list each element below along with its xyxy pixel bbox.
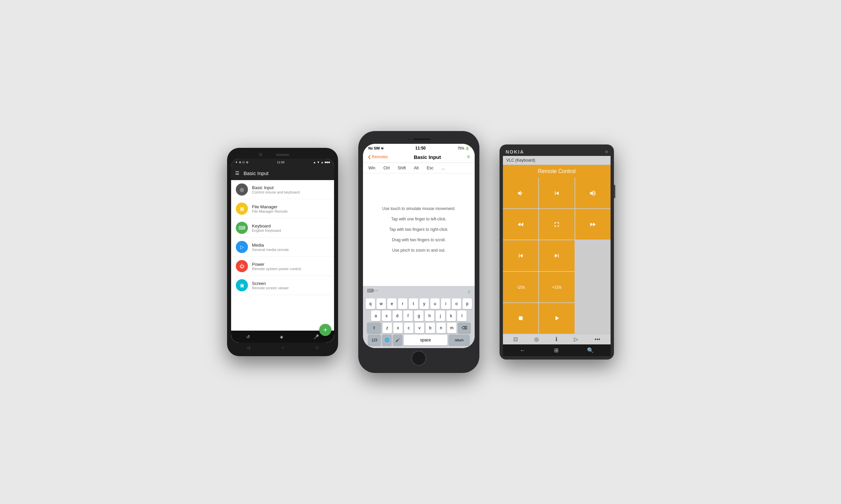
play-button[interactable] (539, 303, 574, 334)
key-k[interactable]: k (446, 310, 456, 321)
add-fab-button[interactable]: + (319, 324, 331, 336)
back-button[interactable]: ◁ (247, 345, 250, 350)
list-icon-keyboard: ⌨ (236, 222, 248, 234)
info-icon[interactable]: ℹ (555, 336, 557, 342)
list-text-power: Power Remote system power control. (252, 262, 329, 271)
keyboard-settings-icon[interactable]: ⌨⋯ (367, 288, 378, 295)
fastforward-button[interactable] (575, 209, 611, 239)
key-v[interactable]: v (415, 323, 424, 333)
key-z[interactable]: z (382, 323, 392, 333)
item-sub: Control mouse and keyboard. (252, 190, 329, 194)
list-item[interactable]: ◎ Basic Input Control mouse and keyboard… (231, 180, 334, 199)
scene: ✦ ⊗ ⊙ ⊕ 11:55 ▲ ▼ ▲ ■■■ ☰ Basic Input ◎ … (0, 0, 841, 504)
volume-up-button[interactable] (575, 178, 611, 208)
android-status-icons: ✦ ⊗ ⊙ ⊕ (235, 161, 248, 164)
play-nav-icon[interactable]: ▷ (574, 336, 578, 342)
key-h[interactable]: h (425, 310, 434, 321)
key-o[interactable]: o (452, 299, 461, 309)
refresh-icon[interactable]: ↺ (246, 334, 250, 339)
android-screen: ✦ ⊗ ⊙ ⊕ 11:55 ▲ ▼ ▲ ■■■ ☰ Basic Input ◎ … (231, 159, 334, 343)
vibrate-icon[interactable]: ◈ (280, 334, 283, 339)
ios-time: 11:50 (415, 146, 426, 150)
search-win-icon[interactable]: 🔍 (587, 347, 594, 354)
more-keys[interactable]: ... (440, 165, 446, 171)
rewind-button[interactable] (503, 209, 538, 239)
esc-key[interactable]: Esc (425, 165, 435, 171)
key-c[interactable]: c (404, 323, 413, 333)
key-x[interactable]: x (393, 323, 403, 333)
skip-forward-button[interactable] (539, 240, 574, 271)
key-w[interactable]: w (376, 299, 386, 309)
key-g[interactable]: g (414, 310, 424, 321)
alt-key[interactable]: Alt (412, 165, 420, 171)
key-t[interactable]: t (409, 299, 418, 309)
plus-10s-button[interactable]: +10s (539, 272, 574, 302)
list-icon-screen: ▣ (236, 279, 248, 291)
key-b[interactable]: b (426, 323, 435, 333)
list-item[interactable]: ⌨ Keyboard English Keyboard (231, 218, 334, 237)
item-sub: General media remote. (252, 248, 329, 252)
win-key[interactable]: Win (367, 165, 377, 171)
return-key[interactable]: return (449, 335, 469, 345)
key-q[interactable]: q (366, 299, 375, 309)
list-item[interactable]: ▣ Screen Remote screen viewer (231, 276, 334, 295)
stop-button[interactable] (503, 303, 538, 334)
ios-back-button[interactable]: ❮ Remotes (368, 155, 388, 159)
key-s[interactable]: s (382, 310, 391, 321)
android-status-right: ▲ ▼ ▲ ■■■ (313, 161, 330, 164)
back-win-icon[interactable]: ← (520, 347, 526, 354)
shift-key[interactable]: Shift (396, 165, 407, 171)
key-l[interactable]: l (457, 310, 467, 321)
recents-button[interactable]: □ (316, 345, 318, 349)
home-button[interactable]: ○ (281, 345, 284, 349)
back-label: Remotes (372, 155, 388, 159)
key-u[interactable]: u (430, 299, 440, 309)
list-text-media: Media General media remote. (252, 242, 329, 252)
ctrl-key[interactable]: Ctrl (382, 165, 391, 171)
key-a[interactable]: a (371, 310, 380, 321)
keyboard-row-3: ⇧ z x c v b n m ⌫ (364, 323, 474, 333)
key-e[interactable]: e (387, 299, 397, 309)
ios-keyboard-toolbar: ⌨⋯ ♪ (363, 286, 475, 297)
nokia-button-grid: -10s +10s (503, 178, 611, 334)
windows-icon[interactable]: ⊞ (554, 347, 559, 354)
key-m[interactable]: m (447, 323, 457, 333)
mic-key[interactable]: 🎤 (393, 335, 402, 345)
item-title: Basic Input (252, 185, 329, 190)
music-note-icon[interactable]: ♪ (468, 288, 470, 295)
minus-10s-button[interactable]: -10s (503, 272, 538, 302)
list-item[interactable]: ▷ Media General media remote. (231, 237, 334, 257)
globe-key[interactable]: 🌐 (382, 335, 392, 345)
space-key[interactable]: space (404, 335, 447, 345)
key-r[interactable]: r (398, 299, 407, 309)
list-icon-filemanager: ▦ (236, 203, 248, 215)
key-i[interactable]: i (441, 299, 450, 309)
key-d[interactable]: d (393, 310, 402, 321)
delete-key[interactable]: ⌫ (458, 323, 470, 333)
ios-nav-bar: ❮ Remotes Basic Input ≡ (363, 152, 475, 163)
list-item[interactable]: ⏻ Power Remote system power control. (231, 257, 334, 276)
ios-keyboard[interactable]: q w e r t y u i o p a s d f g h (363, 297, 475, 348)
ios-home-button[interactable] (411, 351, 426, 365)
mic-icon[interactable]: 🎤 (313, 334, 319, 339)
ios-screen: No SIM ≋ 11:50 75% 🔋 ❮ Remotes Basic Inp… (363, 144, 475, 348)
key-y[interactable]: y (419, 299, 429, 309)
key-p[interactable]: p (463, 299, 472, 309)
nokia-side-button[interactable] (614, 185, 615, 198)
key-f[interactable]: f (404, 310, 413, 321)
more-icon[interactable]: ••• (595, 336, 600, 342)
ios-camera-dot (407, 138, 410, 141)
volume-down-button[interactable] (503, 178, 538, 208)
cursor-icon[interactable]: ◎ (534, 336, 539, 342)
shift-key[interactable]: ⇧ (367, 323, 381, 333)
key-n[interactable]: n (436, 323, 446, 333)
previous-track-button[interactable] (539, 178, 574, 208)
skip-back-button[interactable] (503, 240, 538, 271)
num-key[interactable]: 123 (368, 335, 381, 345)
fullscreen-button[interactable] (539, 209, 574, 239)
screen-icon[interactable]: ⊡ (513, 336, 518, 342)
key-j[interactable]: j (436, 310, 445, 321)
ios-menu-icon[interactable]: ≡ (467, 154, 470, 160)
hamburger-icon[interactable]: ☰ (235, 170, 240, 176)
list-item[interactable]: ▦ File Manager File Manager Remote. (231, 199, 334, 218)
